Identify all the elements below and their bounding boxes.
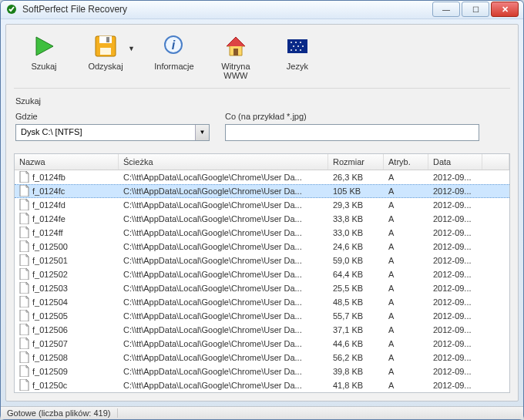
table-row[interactable]: f_012505C:\\tt\AppData\Local\Google\Chro… <box>15 309 509 323</box>
titlebar[interactable]: SoftPerfect File Recovery — ☐ ✕ <box>1 1 523 19</box>
where-dropdown[interactable]: Dysk C:\ [NTFS] ▼ <box>15 124 210 141</box>
website-label: Witryna WWW <box>212 62 260 80</box>
window-title: SoftPerfect File Recovery <box>22 4 431 15</box>
col-attr[interactable]: Atryb. <box>384 154 428 170</box>
file-size: 24,6 KB <box>328 241 384 252</box>
app-window: SoftPerfect File Recovery — ☐ ✕ Szukaj O… <box>0 0 524 420</box>
recover-split: Odzyskaj ▼ <box>82 34 136 71</box>
file-attr: A <box>384 255 428 266</box>
file-icon <box>19 240 29 252</box>
file-date: 2012-09... <box>428 352 482 363</box>
recover-button[interactable]: Odzyskaj <box>82 34 129 71</box>
table-row[interactable]: f_01250cC:\\tt\AppData\Local\Google\Chro… <box>15 378 509 392</box>
file-size: 39,8 KB <box>328 366 384 377</box>
table-row[interactable]: f_012506C:\\tt\AppData\Local\Google\Chro… <box>15 323 509 337</box>
file-date: 2012-09... <box>428 241 482 252</box>
file-size: 59,0 KB <box>328 255 384 266</box>
file-path: C:\\tt\AppData\Local\Google\Chrome\User … <box>119 380 328 391</box>
search-panel: Szukaj Gdzie Dysk C:\ [NTFS] ▼ Co (na pr… <box>14 88 510 146</box>
close-button[interactable]: ✕ <box>491 2 519 17</box>
file-icon <box>19 324 29 335</box>
table-row[interactable]: f_012502C:\\tt\AppData\Local\Google\Chro… <box>15 267 509 281</box>
file-icon <box>19 171 29 183</box>
col-size[interactable]: Rozmiar <box>328 154 384 170</box>
svg-point-17 <box>300 49 301 51</box>
floppy-icon <box>93 34 118 59</box>
what-input[interactable] <box>225 124 479 141</box>
svg-point-14 <box>302 45 304 47</box>
file-size: 33,8 KB <box>328 213 384 224</box>
file-icon <box>19 199 29 210</box>
results-table: Nazwa Ścieżka Rozmiar Atryb. Data f_0124… <box>14 153 510 393</box>
file-size: 26,3 KB <box>328 172 384 183</box>
table-row[interactable]: f_012509C:\\tt\AppData\Local\Google\Chro… <box>15 365 509 378</box>
col-spacer <box>482 154 509 170</box>
file-date: 2012-09... <box>428 200 482 210</box>
file-icon <box>19 338 29 349</box>
language-button[interactable]: Jezyk <box>274 34 321 71</box>
table-row[interactable]: f_0124fdC:\\tt\AppData\Local\Google\Chro… <box>15 198 509 212</box>
col-path[interactable]: Ścieżka <box>119 154 328 170</box>
svg-rect-4 <box>106 37 109 42</box>
recover-dropdown-arrow[interactable]: ▼ <box>126 43 136 54</box>
svg-point-12 <box>293 45 294 47</box>
maximize-button[interactable]: ☐ <box>462 2 489 17</box>
minimize-icon: — <box>442 5 450 14</box>
file-attr: A <box>384 366 428 377</box>
table-row[interactable]: f_012507C:\\tt\AppData\Local\Google\Chro… <box>15 337 509 351</box>
file-path: C:\\tt\AppData\Local\Google\Chrome\User … <box>119 241 328 252</box>
table-row[interactable]: f_012503C:\\tt\AppData\Local\Google\Chro… <box>15 281 509 295</box>
col-date[interactable]: Data <box>428 154 482 170</box>
file-size: 33,0 KB <box>328 227 384 238</box>
language-label: Jezyk <box>287 62 308 71</box>
file-attr: A <box>384 186 428 197</box>
file-attr: A <box>384 213 428 224</box>
info-button[interactable]: i Informacje <box>150 34 198 71</box>
file-attr: A <box>384 241 428 252</box>
table-row[interactable]: f_0124fcC:\\tt\AppData\Local\Google\Chro… <box>15 184 509 198</box>
svg-point-11 <box>300 42 301 43</box>
play-icon <box>32 34 56 59</box>
file-icon <box>19 282 29 294</box>
file-size: 55,7 KB <box>328 311 384 321</box>
file-path: C:\\tt\AppData\Local\Google\Chrome\User … <box>119 338 328 349</box>
file-name: f_0124fd <box>32 200 66 210</box>
table-row[interactable]: f_012501C:\\tt\AppData\Local\Google\Chro… <box>15 254 509 267</box>
file-icon <box>19 254 29 266</box>
table-row[interactable]: f_012504C:\\tt\AppData\Local\Google\Chro… <box>15 295 509 309</box>
file-path: C:\\tt\AppData\Local\Google\Chrome\User … <box>119 324 328 335</box>
website-button[interactable]: Witryna WWW <box>212 34 260 80</box>
file-date: 2012-09... <box>428 366 482 377</box>
what-field: Co (na przykład *.jpg) <box>225 112 479 141</box>
file-date: 2012-09... <box>428 186 482 197</box>
file-icon <box>19 351 29 363</box>
col-name[interactable]: Nazwa <box>15 154 119 170</box>
file-name: f_012508 <box>32 353 68 362</box>
file-name: f_012505 <box>32 311 68 321</box>
app-icon <box>5 3 18 15</box>
file-size: 37,1 KB <box>328 324 384 335</box>
file-name: f_0124fe <box>32 214 66 223</box>
svg-point-10 <box>295 42 297 43</box>
content-area: Szukaj Odzyskaj ▼ i Informacje <box>5 24 519 402</box>
file-attr: A <box>384 338 428 349</box>
file-attr: A <box>384 200 428 210</box>
file-date: 2012-09... <box>428 227 482 238</box>
file-date: 2012-09... <box>428 338 482 349</box>
table-body[interactable]: f_0124fbC:\\tt\AppData\Local\Google\Chro… <box>15 170 509 392</box>
table-row[interactable]: f_012500C:\\tt\AppData\Local\Google\Chro… <box>15 240 509 254</box>
file-date: 2012-09... <box>428 283 482 294</box>
table-row[interactable]: f_012508C:\\tt\AppData\Local\Google\Chro… <box>15 351 509 365</box>
table-row[interactable]: f_0124ffC:\\tt\AppData\Local\Google\Chro… <box>15 226 509 240</box>
file-date: 2012-09... <box>428 172 482 183</box>
file-icon <box>19 185 29 197</box>
file-name: f_012506 <box>32 325 68 334</box>
minimize-button[interactable]: — <box>432 2 460 17</box>
close-icon: ✕ <box>502 5 509 15</box>
table-row[interactable]: f_0124fbC:\\tt\AppData\Local\Google\Chro… <box>15 170 509 184</box>
table-row[interactable]: f_0124feC:\\tt\AppData\Local\Google\Chro… <box>15 212 509 226</box>
file-path: C:\\tt\AppData\Local\Google\Chrome\User … <box>119 283 328 294</box>
search-button[interactable]: Szukaj <box>20 34 68 71</box>
file-size: 29,3 KB <box>328 200 384 210</box>
table-header: Nazwa Ścieżka Rozmiar Atryb. Data <box>15 154 509 170</box>
